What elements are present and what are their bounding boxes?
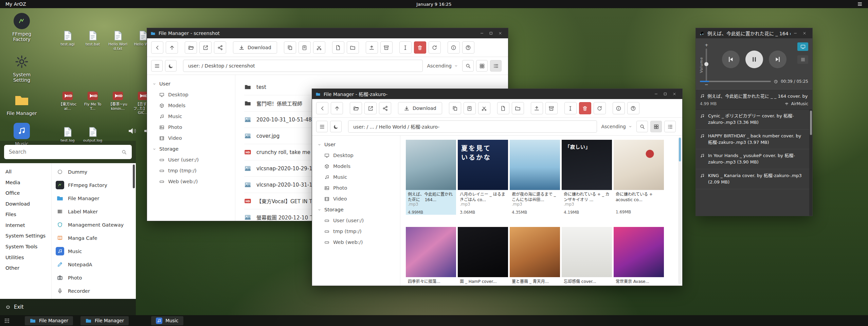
desktop-video-icon[interactable]: 【東方Vocal... (58, 90, 77, 115)
startmenu-app-label-maker[interactable]: Label Maker (52, 205, 136, 218)
minimize-button[interactable] (791, 28, 800, 38)
startmenu-category-system-tools[interactable]: System Tools (0, 242, 51, 252)
taskbar-item-file-manager[interactable]: File Manager (80, 316, 129, 325)
sidebar-section-user[interactable]: User (312, 139, 400, 150)
open-external-button[interactable] (364, 102, 377, 114)
path-field[interactable]: user: / ... / Hello World / 柘榴-zakuro- (348, 120, 597, 133)
download-button[interactable]: Download (398, 102, 442, 114)
sidebar-item-photo[interactable]: Photo (312, 183, 400, 193)
info-button[interactable] (613, 102, 625, 114)
sidebar-item-web-drive[interactable]: Web (web:/) (312, 237, 400, 248)
file-tile[interactable]: 夏を見て いるかな 八月のレイニー _ はるまきごはん co... .mp3 3… (458, 140, 508, 215)
help-button[interactable] (462, 41, 474, 54)
sidebar-item-user-drive[interactable]: User (user:/) (147, 154, 235, 165)
close-button[interactable] (495, 28, 505, 38)
open-button[interactable] (350, 102, 362, 114)
grid-view-button[interactable] (476, 60, 488, 72)
window-titlebar[interactable]: File Manager - screenshot (147, 28, 508, 38)
back-button[interactable] (151, 41, 163, 54)
delete-button[interactable] (579, 102, 591, 114)
startmenu-category-system-settings[interactable]: System Settings (0, 231, 51, 242)
startmenu-app-system-setting[interactable]: System Setting (52, 298, 136, 299)
search-button[interactable] (636, 121, 648, 132)
maximize-button[interactable] (661, 89, 670, 99)
sidebar-item-video[interactable]: Video (147, 133, 235, 143)
startmenu-category-internet[interactable]: Internet (0, 220, 51, 231)
search-button[interactable] (462, 60, 474, 72)
sidebar-section-user[interactable]: User (147, 78, 235, 89)
sort-order-select[interactable]: Ascending (427, 63, 458, 69)
sidebar-item-desktop[interactable]: Desktop (147, 89, 235, 100)
scrollbar-thumb[interactable] (133, 165, 135, 188)
list-view-button[interactable] (664, 121, 676, 132)
file-tile[interactable]: 面 _ HamP cover... (458, 227, 508, 286)
back-button[interactable] (316, 102, 328, 114)
file-tile[interactable]: 忘却感傷 cover... (562, 227, 612, 286)
desktop-file-icon[interactable]: test.bat (83, 30, 103, 51)
volume-up-button[interactable]: + (705, 42, 708, 47)
refresh-button[interactable] (429, 41, 441, 54)
scrollbar-thumb[interactable] (679, 138, 681, 161)
startmenu-app-notepada[interactable]: NotepadA (52, 258, 136, 271)
startmenu-app-recorder[interactable]: Recorder (52, 284, 136, 298)
sidebar-item-music[interactable]: Music (312, 172, 400, 183)
playlist-item[interactable]: KING _ Kanaria cover. by 柘榴-zakuro-.mp3 … (696, 169, 812, 189)
sidebar-item-music[interactable]: Music (147, 111, 235, 122)
app-drawer-button[interactable] (4, 318, 10, 324)
sidebar-item-tmp-drive[interactable]: tmp (tmp:/) (147, 165, 235, 176)
cast-button[interactable] (797, 42, 808, 51)
scrollbar[interactable] (809, 110, 812, 216)
paste-button[interactable] (464, 102, 476, 114)
new-folder-button[interactable] (347, 41, 359, 54)
exit-button[interactable]: Exit (0, 299, 136, 315)
file-tile-selected[interactable]: 例えば、今此処に置かれた花に _ 164... .mp3 4.99MB (406, 140, 456, 215)
startmenu-category-all[interactable]: All (0, 167, 51, 177)
sidebar-item-tmp-drive[interactable]: tmp (tmp:/) (312, 226, 400, 237)
startmenu-category-utilities[interactable]: Utilities (0, 252, 51, 263)
sidebar-item-models[interactable]: Models (312, 161, 400, 172)
list-view-button[interactable] (490, 60, 502, 72)
file-tile[interactable]: 「寂しい」 命に嫌われている + _ カンザキイオリ ... .mp3 4.19… (562, 140, 612, 215)
search-input[interactable] (4, 145, 132, 159)
view-menu-button[interactable] (316, 121, 328, 132)
up-button[interactable] (331, 102, 343, 114)
cut-button[interactable] (313, 41, 325, 54)
startmenu-app-ffmpeg-factory[interactable]: FFmpeg Factory (52, 178, 136, 192)
theme-toggle-button[interactable] (165, 60, 177, 72)
minimize-button[interactable] (651, 89, 661, 99)
rename-button[interactable] (564, 102, 577, 114)
sidebar-section-storage[interactable]: Storage (312, 204, 400, 215)
startmenu-category-media[interactable]: Media (0, 177, 51, 188)
share-button[interactable] (379, 102, 391, 114)
file-tile[interactable]: 君が夜の海に還るまで _ こんにちは谷田... .mp3 4.35MB (510, 140, 560, 215)
playlist-item[interactable]: HAPPY BIRTHDAY _ back number cover. by 柘… (696, 130, 812, 150)
upload-button[interactable] (366, 41, 378, 54)
help-button[interactable] (627, 102, 639, 114)
upload-button[interactable] (531, 102, 543, 114)
path-field[interactable]: user: / Desktop / screenshot (183, 60, 423, 72)
scrollbar[interactable] (678, 137, 682, 284)
startmenu-category-office[interactable]: Office (0, 188, 51, 199)
taskbar-item-file-manager[interactable]: File Manager (25, 316, 73, 325)
new-file-button[interactable] (497, 102, 509, 114)
file-tile[interactable]: 常世東京 Avase... (614, 227, 664, 286)
paste-button[interactable] (299, 41, 311, 54)
desktop-icon-file-manager[interactable]: File Manager (5, 92, 39, 116)
desktop-video-icon[interactable]: 【春茶~yukimin... (108, 90, 128, 115)
next-track-button[interactable] (769, 51, 786, 68)
cut-button[interactable] (478, 102, 490, 114)
rename-button[interactable] (399, 41, 412, 54)
desktop-video-icon[interactable]: Fly Me To T... (83, 90, 103, 115)
playlist-item[interactable]: In Your Hands _ yusukeP cover. by 柘榴-zak… (696, 149, 812, 169)
aroz-brand[interactable]: My ArOZ (5, 1, 26, 7)
sidebar-item-models[interactable]: Models (147, 100, 235, 111)
up-button[interactable] (166, 41, 178, 54)
startmenu-app-manga-cafe[interactable]: Manga Cafe (52, 231, 136, 245)
share-button[interactable] (214, 41, 226, 54)
desktop-icon-system-setting[interactable]: System Setting (5, 54, 39, 83)
close-button[interactable] (670, 89, 679, 99)
playlist-item[interactable]: Cynic _ ポリスピカデリー cover. by 柘榴-zakuro-.mp… (696, 110, 812, 130)
startmenu-app-file-manager[interactable]: File Manager (52, 192, 136, 205)
pause-button[interactable] (745, 51, 763, 68)
grid-view-button[interactable] (650, 121, 662, 132)
